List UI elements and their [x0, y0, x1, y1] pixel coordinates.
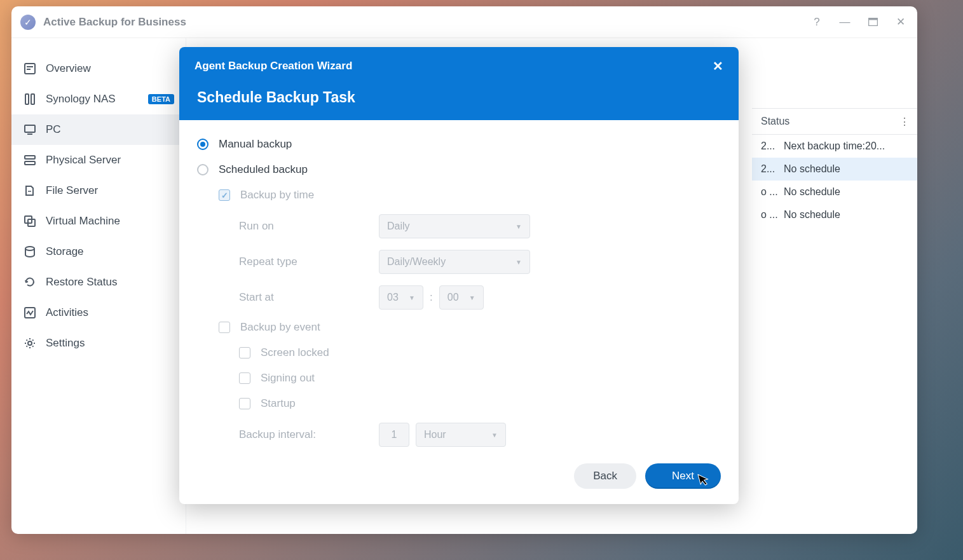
- sidebar-item-label: File Server: [46, 184, 98, 197]
- column-header-status[interactable]: Status: [761, 116, 789, 127]
- sidebar-item-label: Virtual Machine: [46, 215, 120, 228]
- row-status: No schedule: [784, 163, 840, 175]
- file-server-icon: [23, 184, 37, 198]
- select-value: 00: [447, 292, 459, 303]
- field-label: Start at: [239, 291, 379, 304]
- option-label: Manual backup: [219, 138, 292, 151]
- server-icon: [23, 153, 37, 167]
- option-scheduled-backup[interactable]: Scheduled backup: [197, 163, 721, 176]
- checkbox-unchecked-icon[interactable]: [219, 322, 230, 333]
- field-label: Run on: [239, 220, 379, 233]
- vm-icon: [23, 214, 37, 228]
- svg-point-16: [28, 341, 32, 345]
- table-row[interactable]: o ... No schedule: [752, 203, 917, 226]
- checkbox-label: Startup: [261, 397, 296, 410]
- field-backup-interval: Backup interval: Hour ▼: [239, 423, 721, 447]
- sidebar-item-nas[interactable]: Synology NAS BETA: [11, 84, 186, 114]
- field-label: Repeat type: [239, 256, 379, 268]
- select-value: Hour: [424, 429, 446, 440]
- sidebar-item-label: PC: [46, 123, 61, 136]
- checkbox-unchecked-icon[interactable]: [239, 372, 250, 384]
- sidebar-item-label: Restore Status: [46, 276, 117, 289]
- row-status: No schedule: [784, 186, 840, 198]
- sidebar-item-label: Activities: [46, 306, 88, 319]
- sidebar-item-storage[interactable]: Storage: [11, 236, 186, 267]
- time-colon: :: [430, 291, 433, 304]
- row-prev-cell: 2...: [761, 140, 784, 152]
- dialog-header: Agent Backup Creation Wizard ✕ Schedule …: [179, 47, 739, 120]
- select-run-on[interactable]: Daily ▼: [379, 214, 530, 238]
- svg-rect-1: [868, 18, 877, 20]
- select-value: Daily: [387, 221, 410, 232]
- sidebar-item-label: Physical Server: [46, 154, 121, 167]
- chevron-down-icon: ▼: [516, 223, 522, 230]
- checkbox-label: Signing out: [261, 372, 315, 385]
- sidebar-item-label: Settings: [46, 337, 85, 350]
- table-header-row: Status ⋮: [752, 108, 917, 135]
- checkbox-unchecked-icon[interactable]: [239, 398, 250, 409]
- chevron-down-icon: ▼: [409, 294, 415, 301]
- sidebar-item-restore[interactable]: Restore Status: [11, 267, 186, 297]
- svg-rect-3: [27, 66, 33, 67]
- sidebar-item-label: Storage: [46, 245, 84, 258]
- activities-icon: [23, 306, 37, 320]
- select-value: Daily/Weekly: [387, 256, 446, 268]
- table-row[interactable]: 2... No schedule: [752, 158, 917, 181]
- input-interval-number[interactable]: [379, 423, 409, 447]
- select-interval-unit[interactable]: Hour ▼: [416, 423, 506, 447]
- sidebar-item-label: Overview: [46, 62, 91, 75]
- select-repeat-type[interactable]: Daily/Weekly ▼: [379, 250, 530, 274]
- radio-unselected-icon[interactable]: [197, 164, 208, 175]
- dialog-close-icon[interactable]: ✕: [713, 58, 723, 74]
- help-icon[interactable]: ?: [809, 15, 824, 30]
- svg-rect-7: [25, 125, 35, 132]
- back-button[interactable]: Back: [574, 463, 636, 489]
- checkbox-backup-by-event[interactable]: Backup by event: [219, 321, 721, 334]
- row-status: Next backup time:20...: [784, 140, 885, 152]
- sidebar-item-physical[interactable]: Physical Server: [11, 145, 186, 175]
- task-table: Status ⋮ 2... Next backup time:20... 2..…: [752, 108, 917, 226]
- select-start-hour[interactable]: 03 ▼: [379, 285, 423, 310]
- svg-rect-4: [27, 69, 31, 70]
- minimize-icon[interactable]: —: [837, 15, 852, 30]
- table-row[interactable]: 2... Next backup time:20...: [752, 135, 917, 158]
- sidebar-item-activities[interactable]: Activities: [11, 297, 186, 328]
- checkbox-backup-by-time[interactable]: Backup by time: [219, 189, 721, 201]
- titlebar: ✓ Active Backup for Business ? — ✕: [11, 6, 917, 38]
- sidebar-item-overview[interactable]: Overview: [11, 53, 186, 84]
- checkbox-screen-locked[interactable]: Screen locked: [239, 346, 721, 359]
- checkbox-signing-out[interactable]: Signing out: [239, 372, 721, 385]
- wizard-title: Agent Backup Creation Wizard: [195, 60, 352, 72]
- app-icon: ✓: [20, 15, 36, 30]
- checkbox-checked-icon[interactable]: [219, 189, 230, 201]
- checkbox-unchecked-icon[interactable]: [239, 347, 250, 359]
- close-icon[interactable]: ✕: [893, 15, 908, 30]
- dialog-body: Manual backup Scheduled backup Backup by…: [179, 120, 739, 452]
- sidebar-item-vm[interactable]: Virtual Machine: [11, 206, 186, 236]
- checkbox-label: Backup by time: [240, 189, 314, 201]
- row-prev-cell: o ...: [761, 186, 784, 198]
- row-prev-cell: o ...: [761, 209, 784, 221]
- radio-selected-icon[interactable]: [197, 139, 208, 150]
- storage-icon: [23, 245, 37, 259]
- app-title: Active Backup for Business: [43, 16, 186, 29]
- wizard-dialog: Agent Backup Creation Wizard ✕ Schedule …: [179, 47, 739, 504]
- chevron-down-icon: ▼: [516, 259, 522, 266]
- beta-badge: BETA: [148, 94, 174, 104]
- option-manual-backup[interactable]: Manual backup: [197, 138, 721, 151]
- gear-icon: [23, 336, 37, 350]
- sidebar-item-settings[interactable]: Settings: [11, 328, 186, 359]
- select-start-minute[interactable]: 00 ▼: [439, 285, 484, 310]
- checkbox-startup[interactable]: Startup: [239, 397, 721, 410]
- sidebar-item-pc[interactable]: PC: [11, 114, 186, 145]
- row-status: No schedule: [784, 209, 840, 221]
- field-start-at: Start at 03 ▼ : 00 ▼: [239, 285, 721, 310]
- sidebar-item-fileserver[interactable]: File Server: [11, 175, 186, 206]
- window-controls: ? — ✕: [809, 15, 908, 30]
- maximize-icon[interactable]: [865, 15, 880, 30]
- nas-icon: [23, 92, 37, 106]
- next-button[interactable]: Next: [645, 463, 721, 489]
- table-options-icon[interactable]: ⋮: [899, 116, 917, 128]
- chevron-down-icon: ▼: [469, 294, 475, 301]
- table-row[interactable]: o ... No schedule: [752, 181, 917, 203]
